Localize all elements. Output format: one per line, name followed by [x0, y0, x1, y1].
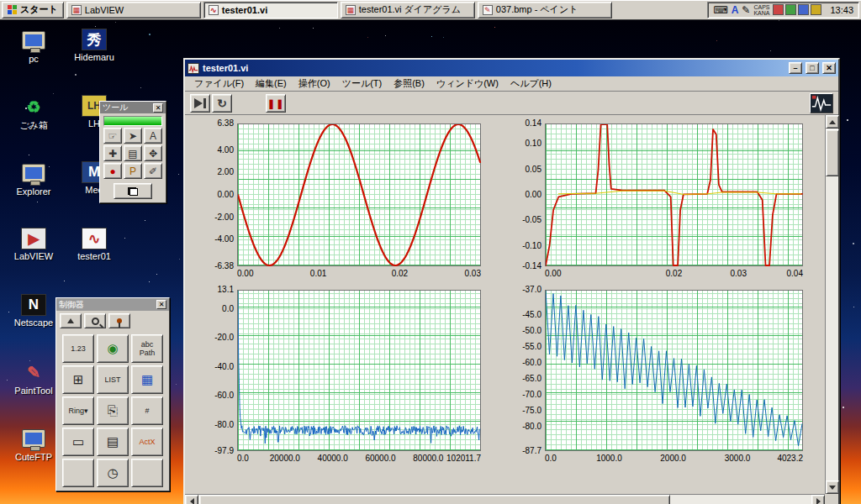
select-control[interactable]: ◷	[97, 459, 129, 487]
run-button[interactable]	[190, 94, 210, 113]
boolean-control[interactable]: ◉	[97, 334, 129, 363]
minimize-button[interactable]: –	[789, 62, 802, 74]
menu-item-7[interactable]: ヘルプ(H)	[504, 76, 557, 92]
window-titlebar[interactable]: tester01.vi – □ ✕	[185, 60, 838, 76]
Explorer-icon	[20, 161, 47, 185]
menu-item-6[interactable]: ウィンドウ(W)	[430, 76, 504, 92]
start-button[interactable]: スタート	[2, 2, 64, 18]
classic-control[interactable]: ▤	[97, 428, 129, 456]
x-tick-label: 0.01	[310, 269, 326, 278]
graph-plot-3	[237, 290, 481, 451]
vertical-scroll-thumb[interactable]	[826, 129, 839, 176]
scroll-left-icon[interactable]	[185, 495, 198, 504]
numeric-control[interactable]: 1.23	[62, 334, 94, 363]
taskbar-tasks: ▦LabVIEW∿tester01.vi▦tester01.vi ダイアグラム✎…	[66, 2, 612, 18]
graph-control[interactable]: ▦	[131, 365, 163, 394]
desktop-icon-CuteFTP[interactable]: CuteFTP	[7, 427, 61, 462]
taskbar-task-3[interactable]: ▦tester01.vi ダイアグラム	[341, 2, 475, 18]
tray-app-display-icon[interactable]	[798, 4, 809, 15]
list-table-control[interactable]: LIST	[97, 365, 129, 394]
color-copy-tool[interactable]: ✐	[144, 163, 162, 179]
breakpoint-tool[interactable]: ●	[103, 163, 122, 179]
string-path-control[interactable]: abc Path	[131, 334, 163, 363]
desktop-icon-label: tester01	[67, 251, 121, 261]
star	[156, 274, 157, 275]
tray-app-volume-icon[interactable]	[811, 4, 821, 15]
taskbar-task-4[interactable]: ✎037.bmp - ペイント	[478, 2, 612, 18]
x-tick-label: 0.04	[787, 269, 803, 278]
menu-item-4[interactable]: ツール(T)	[336, 76, 388, 92]
scroll-tool[interactable]: ✥	[144, 145, 162, 161]
scroll-up-icon[interactable]	[826, 115, 839, 129]
color-tool[interactable]	[114, 183, 152, 199]
horizontal-scrollbar[interactable]	[185, 494, 825, 504]
menu-item-5[interactable]: 参照(B)	[388, 76, 430, 92]
tools-palette-titlebar[interactable]: ツール ✕	[100, 102, 166, 113]
task-icon: ✎	[483, 5, 493, 15]
star	[843, 407, 844, 408]
y-tick-label: -60.0	[195, 391, 234, 400]
horizontal-scroll-thumb[interactable]	[199, 495, 670, 504]
activex-control[interactable]: ActX	[131, 428, 163, 456]
ime-mode-icon[interactable]: A	[732, 5, 739, 15]
maximize-button[interactable]: □	[806, 62, 819, 74]
desktop-icon-label: CuteFTP	[7, 452, 61, 462]
keyboard-icon[interactable]: ⌨	[713, 5, 727, 15]
desktop-icon-Explorer[interactable]: Explorer	[7, 161, 61, 197]
object-menu-tool[interactable]: ▤	[124, 145, 142, 161]
refnum-control[interactable]: ⎘	[97, 396, 129, 425]
menu-item-2[interactable]: 編集(E)	[250, 76, 293, 92]
tools-grid: ☞➤A✚▤✥●P✐	[100, 113, 166, 181]
scroll-right-icon[interactable]	[811, 495, 825, 504]
blank-cell[interactable]	[62, 459, 94, 487]
edit-text-tool[interactable]: A	[144, 128, 162, 144]
ime-pen-icon[interactable]: ✎	[742, 5, 750, 15]
tray-app-ime-icon[interactable]	[785, 4, 796, 15]
pause-button[interactable]: ❚❚	[266, 94, 286, 113]
desktop-icon-Hidemaru[interactable]: 秀Hidemaru	[67, 29, 121, 62]
probe-tool[interactable]: P	[124, 163, 142, 179]
CuteFTP-icon	[20, 427, 47, 450]
taskbar-task-1[interactable]: ▦LabVIEW	[66, 2, 201, 18]
wire-tool[interactable]: ✚	[103, 145, 122, 161]
menu-item-3[interactable]: 操作(O)	[293, 76, 336, 92]
y-tick-label: -20.0	[195, 333, 234, 342]
operate-value-tool[interactable]: ☞	[103, 128, 122, 144]
decorations-control[interactable]: ▭	[62, 428, 94, 456]
graph-plot-1	[237, 123, 481, 266]
star	[178, 174, 179, 175]
x-tick-label: 60000.0	[365, 454, 395, 463]
pin-icon[interactable]	[108, 313, 130, 328]
desktop-icon-tester01[interactable]: ∿tester01	[67, 228, 121, 261]
desktop-icon-LabVIEW[interactable]: ▶LabVIEW	[7, 228, 61, 261]
ring-enum-control[interactable]: Ring▾	[62, 396, 94, 425]
palette-up-icon[interactable]	[60, 313, 82, 328]
desktop-icon-pc[interactable]: pc	[7, 29, 61, 64]
controls-palette-close-icon[interactable]: ✕	[156, 300, 166, 309]
close-button[interactable]: ✕	[822, 62, 836, 74]
y-tick-label: -40.0	[195, 362, 234, 371]
desktop-icon-ごみ箱[interactable]: ♻ごみ箱	[7, 95, 61, 130]
run-continuous-button[interactable]: ↻	[212, 94, 232, 113]
controls-palette-titlebar[interactable]: 制御器 ✕	[56, 298, 169, 311]
star	[385, 35, 386, 36]
menu-item-1[interactable]: ファイル(F)	[188, 76, 250, 92]
star	[115, 22, 116, 23]
window-title: tester01.vi	[203, 63, 785, 73]
vertical-scrollbar[interactable]	[825, 115, 838, 494]
array-cluster-control[interactable]: ⊞	[62, 365, 94, 394]
desktop-icon-label: Explorer	[7, 186, 61, 197]
position-select-tool[interactable]: ➤	[124, 128, 142, 144]
star	[716, 40, 717, 41]
tray-app-users-icon[interactable]	[773, 4, 784, 15]
search-icon[interactable]	[84, 313, 106, 328]
auto-tool-bar[interactable]	[103, 116, 162, 126]
number-control[interactable]: #	[131, 396, 163, 425]
taskbar-task-2[interactable]: ∿tester01.vi	[203, 2, 338, 18]
blank-cell-2[interactable]	[131, 459, 163, 487]
resize-corner[interactable]	[825, 494, 838, 504]
desktop-icon-PaintTool[interactable]: ✎PaintTool	[7, 360, 61, 396]
scroll-down-icon[interactable]	[826, 480, 839, 494]
tools-palette-close-icon[interactable]: ✕	[153, 103, 163, 113]
desktop-icon-Netscape[interactable]: NNetscape	[7, 294, 61, 328]
